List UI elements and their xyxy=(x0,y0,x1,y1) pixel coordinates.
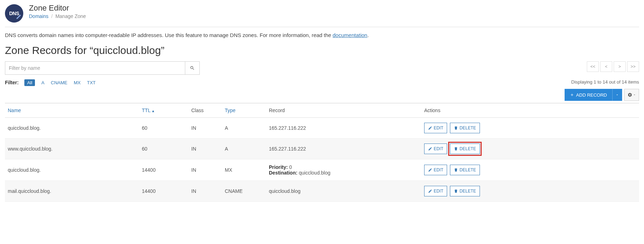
edit-button[interactable]: EDIT xyxy=(424,144,447,154)
edit-button[interactable]: EDIT xyxy=(424,165,447,175)
displaying-count: Displaying 1 to 14 out of 14 items xyxy=(571,79,639,85)
documentation-link[interactable]: documentation xyxy=(333,32,367,38)
mx-destination-value: quiccloud.blog xyxy=(299,170,331,176)
filter-input[interactable] xyxy=(5,61,185,75)
trash-icon xyxy=(454,147,458,151)
record-value: quiccloud.blog xyxy=(269,188,301,194)
mx-destination-label: Destination: xyxy=(269,170,297,176)
delete-label: DELETE xyxy=(459,126,476,130)
filter-a[interactable]: A xyxy=(41,80,44,85)
edit-button[interactable]: EDIT xyxy=(424,123,447,133)
delete-button[interactable]: DELETE xyxy=(450,144,480,154)
delete-label: DELETE xyxy=(459,146,476,151)
record-name: www.quiccloud.blog. xyxy=(8,146,53,152)
pager-first-button[interactable]: << xyxy=(587,61,599,72)
col-record-header: Record xyxy=(269,108,285,113)
record-ttl: 14400 xyxy=(142,188,156,194)
delete-button[interactable]: DELETE xyxy=(450,186,480,196)
record-value: 165.227.116.222 xyxy=(269,125,306,131)
trash-icon xyxy=(454,189,458,193)
filter-label: Filter: xyxy=(5,80,19,85)
record-class: IN xyxy=(191,146,196,152)
col-name-header[interactable]: Name xyxy=(8,108,21,113)
record-type: A xyxy=(225,125,228,131)
record-class: IN xyxy=(191,167,196,173)
page-title: Zone Editor xyxy=(29,4,86,13)
record-type: MX xyxy=(225,167,232,173)
breadcrumb-current: Manage Zone xyxy=(55,13,86,19)
table-row: quiccloud.blog.14400INMXPriority: 0Desti… xyxy=(5,159,639,181)
trash-icon xyxy=(454,126,458,130)
sort-asc-icon: ▲ xyxy=(151,109,155,113)
filter-cname[interactable]: CNAME xyxy=(51,80,67,85)
pager-last-button[interactable]: >> xyxy=(627,61,639,72)
delete-button[interactable]: DELETE xyxy=(450,123,480,133)
record-value: 165.227.116.222 xyxy=(269,146,306,152)
col-actions-header: Actions xyxy=(424,108,440,113)
delete-label: DELETE xyxy=(459,189,476,194)
add-record-label: ADD RECORD xyxy=(576,92,607,98)
filter-mx[interactable]: MX xyxy=(74,80,81,85)
record-name: quiccloud.blog. xyxy=(8,125,41,131)
add-record-button[interactable]: ADD RECORD xyxy=(565,89,612,101)
pager: << < > >> xyxy=(587,61,639,72)
table-row: quiccloud.blog.60INA165.227.116.222EDITD… xyxy=(5,118,639,139)
gear-icon xyxy=(627,92,632,97)
edit-label: EDIT xyxy=(434,167,443,172)
record-class: IN xyxy=(191,188,196,194)
pencil-icon xyxy=(428,126,432,130)
breadcrumb-separator: / xyxy=(51,13,53,19)
pencil-icon xyxy=(428,189,432,193)
add-record-dropdown-button[interactable] xyxy=(612,89,622,101)
chevron-down-icon xyxy=(633,93,636,96)
description-tail: . xyxy=(367,32,369,38)
pager-next-button[interactable]: > xyxy=(614,61,626,72)
page-description: DNS converts domain names into computer-… xyxy=(5,32,639,38)
record-name: quiccloud.blog. xyxy=(8,167,41,173)
filter-txt[interactable]: TXT xyxy=(87,80,96,85)
search-group xyxy=(5,61,200,75)
filter-all[interactable]: All xyxy=(24,79,35,86)
zone-records-heading: Zone Records for “quiccloud.blog” xyxy=(5,44,639,56)
pencil-icon xyxy=(428,147,432,151)
breadcrumb-domains-link[interactable]: Domains xyxy=(29,13,48,19)
edit-label: EDIT xyxy=(434,126,443,130)
record-name: mail.quiccloud.blog. xyxy=(8,188,51,194)
col-type-header[interactable]: Type xyxy=(225,108,235,113)
search-icon xyxy=(190,66,195,71)
col-class-header: Class xyxy=(191,108,204,113)
add-record-split-button: ADD RECORD xyxy=(565,89,622,101)
delete-button[interactable]: DELETE xyxy=(450,165,480,175)
mx-priority-value: 0 xyxy=(289,164,292,170)
settings-button[interactable] xyxy=(624,89,639,101)
record-ttl: 60 xyxy=(142,125,148,131)
search-button[interactable] xyxy=(185,61,200,75)
trash-icon xyxy=(454,168,458,172)
edit-label: EDIT xyxy=(434,189,443,194)
col-ttl-header[interactable]: TTL xyxy=(142,108,151,113)
record-ttl: 14400 xyxy=(142,167,156,173)
wrench-icon xyxy=(16,14,21,20)
record-type: A xyxy=(225,146,228,152)
dns-icon: DNS xyxy=(5,4,23,23)
table-row: mail.quiccloud.blog.14400INCNAMEquicclou… xyxy=(5,181,639,202)
description-text: DNS converts domain names into computer-… xyxy=(5,32,333,38)
pager-prev-button[interactable]: < xyxy=(600,61,612,72)
delete-label: DELETE xyxy=(459,167,476,172)
edit-button[interactable]: EDIT xyxy=(424,186,447,196)
edit-label: EDIT xyxy=(434,146,443,151)
breadcrumb: Domains / Manage Zone xyxy=(29,13,86,19)
pencil-icon xyxy=(428,168,432,172)
record-ttl: 60 xyxy=(142,146,148,152)
filter-row: Filter: AllACNAMEMXTXT xyxy=(5,80,102,85)
record-class: IN xyxy=(191,125,196,131)
mx-priority-label: Priority: xyxy=(269,164,288,170)
table-row: www.quiccloud.blog.60INA165.227.116.222E… xyxy=(5,139,639,159)
plus-icon xyxy=(570,93,574,97)
chevron-down-icon xyxy=(615,93,619,97)
record-type: CNAME xyxy=(225,188,243,194)
records-table: Name TTL▲ Class Type Record Actions quic… xyxy=(5,103,639,202)
